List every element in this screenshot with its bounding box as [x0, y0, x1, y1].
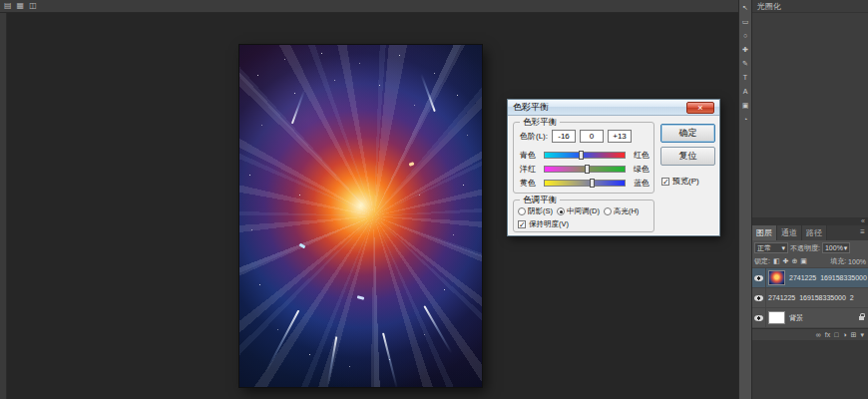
- chevron-down-icon: ▾: [781, 244, 785, 252]
- cyan-red-slider-row: 青色 红色: [520, 150, 650, 161]
- ok-button[interactable]: 确定: [660, 124, 715, 143]
- group-title: 色彩平衡: [520, 117, 560, 129]
- blend-mode-value: 正常: [757, 243, 771, 253]
- shape-tool-icon[interactable]: A: [740, 86, 751, 97]
- fill-value[interactable]: 100%: [848, 258, 866, 265]
- layer-row[interactable]: 2741225_169158335000_2: [752, 288, 868, 308]
- layer-style-icon[interactable]: fx: [825, 331, 830, 338]
- tab-channels[interactable]: 通道: [777, 225, 802, 240]
- layer-name[interactable]: 2741225_169158335000_2: [766, 294, 868, 301]
- tab-paths[interactable]: 路径: [802, 225, 827, 240]
- visibility-cell[interactable]: [752, 268, 766, 288]
- visibility-cell[interactable]: [752, 288, 766, 308]
- hand-tool-icon[interactable]: ▣: [740, 100, 751, 111]
- collapse-panels-icon[interactable]: «: [752, 217, 868, 225]
- preview-label: 预览(P): [672, 176, 699, 187]
- layers-panel: 图层 通道 路径 ≡ 正常 ▾ 不透明度: 100% ▾ 锁定: ◧ ✚: [752, 225, 868, 340]
- eye-icon: [754, 295, 763, 301]
- slider-handle[interactable]: [590, 179, 595, 188]
- group-title: 色调平衡: [520, 195, 560, 206]
- layer-thumbnail[interactable]: [768, 311, 785, 324]
- lock-all-icon[interactable]: ▣: [800, 257, 807, 265]
- dialog-title-bar[interactable]: 色彩平衡 ×: [508, 100, 719, 116]
- midtones-radio[interactable]: [557, 207, 565, 215]
- cyan-red-slider[interactable]: [544, 152, 626, 159]
- magenta-label: 洋红: [520, 164, 541, 175]
- move-tool-icon[interactable]: ↖: [740, 2, 751, 13]
- slider-handle[interactable]: [585, 165, 590, 174]
- yellow-label: 黄色: [520, 178, 541, 189]
- preserve-luminosity-checkbox[interactable]: [518, 220, 526, 228]
- layer-name[interactable]: 2741225_169158335000_2 ..: [787, 274, 868, 281]
- lock-label: 锁定:: [754, 256, 770, 266]
- highlights-label: 高光(H): [614, 206, 639, 216]
- yellow-blue-slider-row: 黄色 蓝色: [520, 178, 650, 189]
- magenta-green-slider-row: 洋红 绿色: [520, 164, 650, 175]
- explosion-rays: [239, 45, 482, 387]
- panel-tabs: 图层 通道 路径 ≡: [752, 225, 868, 240]
- blend-mode-select[interactable]: 正常 ▾: [754, 242, 788, 253]
- crop-tool-icon[interactable]: ✚: [740, 44, 751, 55]
- shadows-radio[interactable]: [518, 207, 526, 215]
- workspace-icon[interactable]: ▦: [17, 2, 25, 10]
- preview-checkbox[interactable]: [661, 178, 669, 186]
- new-layer-icon[interactable]: ⊞: [851, 331, 857, 339]
- lock-pixels-icon[interactable]: ✚: [783, 257, 789, 265]
- opacity-label: 不透明度:: [790, 243, 820, 253]
- preserve-luminosity-label: 保持明度(V): [529, 219, 569, 229]
- screen-mode-icon[interactable]: ◫: [29, 2, 37, 10]
- panel-menu-icon[interactable]: ≡: [857, 225, 868, 240]
- layer-row[interactable]: 背景: [752, 308, 868, 328]
- layers-panel-footer: ∞ fx □ ◑ ⊞ ▾: [752, 328, 868, 340]
- opacity-value[interactable]: 100% ▾: [822, 242, 850, 253]
- chevron-down-icon: ▾: [844, 244, 848, 252]
- delete-layer-icon[interactable]: ▾: [860, 331, 864, 339]
- magenta-green-slider[interactable]: [544, 166, 626, 173]
- zoom-tool-icon[interactable]: ◔: [740, 114, 751, 125]
- blue-label: 蓝色: [629, 178, 650, 189]
- type-tool-icon[interactable]: T: [740, 72, 751, 83]
- visibility-cell[interactable]: [752, 308, 766, 328]
- blend-mode-row: 正常 ▾ 不透明度: 100% ▾: [752, 240, 868, 255]
- color-balance-group: 色彩平衡 色阶(L): 青色 红色 洋红 绿色 黄色 蓝色: [513, 122, 654, 194]
- app-icon: ▤: [4, 2, 12, 10]
- level-input-yellow-blue[interactable]: [608, 130, 632, 143]
- left-edge-strip: [0, 13, 7, 399]
- reset-button[interactable]: 复位: [660, 147, 715, 166]
- lasso-tool-icon[interactable]: ○: [740, 30, 751, 41]
- layer-thumbnail[interactable]: [768, 270, 785, 285]
- lock-row: 锁定: ◧ ✚ ⊕ ▣ 填充: 100%: [752, 255, 868, 268]
- document-image[interactable]: [239, 45, 482, 387]
- slider-handle[interactable]: [579, 151, 584, 160]
- menu-bar: ▤ ▦ ◫: [0, 0, 738, 13]
- level-input-magenta-green[interactable]: [580, 130, 604, 143]
- fill-label: 填充:: [830, 256, 846, 266]
- lock-transparency-icon[interactable]: ◧: [773, 257, 780, 265]
- cyan-label: 青色: [520, 150, 541, 161]
- opacity-value-text: 100%: [825, 244, 843, 251]
- link-layers-icon[interactable]: ∞: [816, 331, 821, 338]
- layer-mask-icon[interactable]: □: [834, 331, 838, 338]
- dialog-title: 色彩平衡: [513, 101, 549, 114]
- color-levels-row: 色阶(L):: [520, 130, 632, 143]
- brush-tool-icon[interactable]: ✎: [740, 58, 751, 69]
- levels-label: 色阶(L):: [520, 131, 548, 142]
- panel-header: 光圈化: [752, 0, 868, 13]
- level-input-cyan-red[interactable]: [552, 130, 576, 143]
- tone-radio-row: 阴影(S) 中间调(D) 高光(H): [518, 206, 641, 216]
- lock-position-icon[interactable]: ⊕: [791, 257, 797, 265]
- adjustment-layer-icon[interactable]: ◑: [842, 331, 846, 338]
- highlights-radio[interactable]: [604, 207, 612, 215]
- tab-layers[interactable]: 图层: [752, 225, 777, 240]
- panel-empty-area: [752, 13, 868, 217]
- layer-row[interactable]: 2741225_169158335000_2 ..: [752, 268, 868, 288]
- preview-row: 预览(P): [661, 176, 699, 187]
- layer-name[interactable]: 背景: [787, 313, 857, 323]
- close-icon[interactable]: ×: [686, 102, 714, 114]
- yellow-blue-slider[interactable]: [544, 180, 626, 187]
- preserve-luminosity-row: 保持明度(V): [518, 219, 571, 229]
- marquee-tool-icon[interactable]: ▭: [740, 16, 751, 27]
- midtones-label: 中间调(D): [567, 206, 600, 216]
- eye-icon: [754, 315, 763, 321]
- photoshop-window: ▤ ▦ ◫ 色彩平衡 × 色彩平衡 色阶(L):: [0, 0, 868, 399]
